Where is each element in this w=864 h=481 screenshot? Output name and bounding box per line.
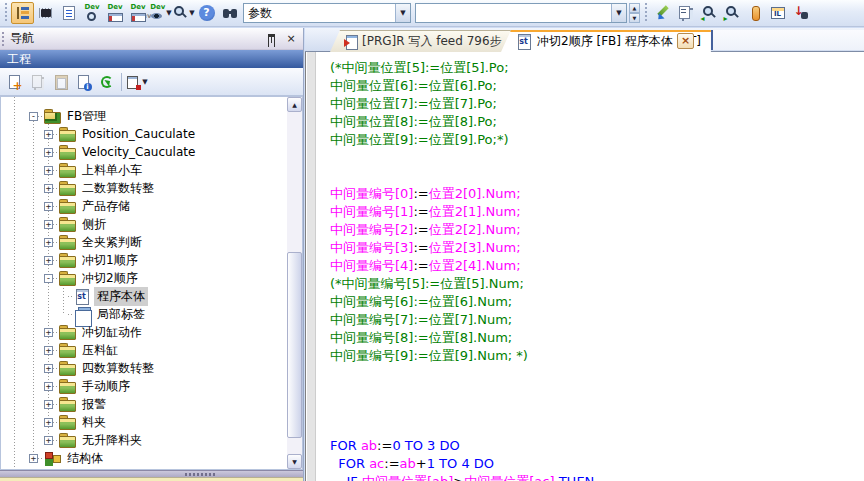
tree-item-手动顺序[interactable]: +手动顺序	[1, 377, 286, 395]
tree-item-程序本体[interactable]: 程序本体	[1, 287, 286, 305]
dropdown-caret-icon[interactable]: ▼	[166, 9, 171, 17]
toolbar-grip[interactable]	[4, 3, 9, 23]
expand-plus-icon[interactable]: +	[44, 238, 53, 247]
tree-item-label[interactable]: 四数算数转整	[79, 359, 157, 378]
tree-item-结构体[interactable]: +结构体	[1, 449, 286, 467]
watch-list-button[interactable]	[57, 2, 80, 24]
dev-view-button[interactable]: ▼	[149, 2, 172, 24]
tree-item-label[interactable]: 冲切1顺序	[79, 251, 141, 270]
tree-item-无升降料夹[interactable]: +无升降料夹	[1, 431, 286, 449]
tree-item-label[interactable]: 全夹紧判断	[79, 233, 145, 252]
scroll-up-icon[interactable]: ▲	[287, 97, 302, 112]
tree-item-label[interactable]: 程序本体	[94, 287, 148, 306]
tree-item-侧折[interactable]: +侧折	[1, 215, 286, 233]
tree-item-压料缸[interactable]: +压料缸	[1, 341, 286, 359]
expand-plus-icon[interactable]: +	[44, 364, 53, 373]
expand-plus-icon[interactable]: +	[44, 148, 53, 157]
parameter-combobox[interactable]: 参数 ▼	[243, 3, 411, 23]
tree-item-label[interactable]: Position_Cauculate	[79, 126, 198, 142]
tree-item-label[interactable]: 局部标签	[94, 305, 148, 324]
tree-item-label[interactable]: 冲切缸动作	[79, 323, 145, 342]
tree-item-FB管理[interactable]: -FB管理	[1, 107, 286, 125]
scroll-down-icon[interactable]: ▼	[287, 454, 302, 469]
combo-dropdown-icon[interactable]: ▼	[611, 4, 626, 22]
tree-item-料夹[interactable]: +料夹	[1, 413, 286, 431]
tab-prg-feed[interactable]: [PRG]R 写入 feed 796步	[330, 30, 512, 52]
toolbar-grip[interactable]	[644, 3, 649, 23]
tree-item-label[interactable]: FB管理	[64, 107, 109, 126]
st-code-editor[interactable]: (*中间量位置[5]:=位置[5].Po;中间量位置[6]:=位置[6].Po;…	[305, 52, 864, 481]
help-button[interactable]	[195, 2, 218, 24]
panel-close-icon[interactable]: ×	[283, 31, 299, 46]
zoom-tool-button[interactable]: ▼	[172, 2, 195, 24]
tree-item-冲切1顺序[interactable]: +冲切1顺序	[1, 251, 286, 269]
edit-pencil-button[interactable]	[651, 2, 674, 24]
tree-item-label[interactable]: 料夹	[79, 413, 109, 432]
tree-item-冲切2顺序[interactable]: -冲切2顺序	[1, 269, 286, 287]
combo-spinner[interactable]: ▲ ▼	[629, 3, 640, 23]
expand-minus-icon[interactable]: -	[44, 274, 53, 283]
expand-plus-icon[interactable]: +	[44, 436, 53, 445]
tree-item-label[interactable]: 冲切2顺序	[79, 269, 141, 288]
tree-item-label[interactable]: 无升降料夹	[79, 431, 145, 450]
expand-plus-icon[interactable]: +	[44, 220, 53, 229]
find-next-button[interactable]: ▸	[720, 2, 743, 24]
tree-item-label[interactable]: Velocity_Cauculate	[79, 144, 198, 160]
tree-item-Velocity_Cauculate[interactable]: +Velocity_Cauculate	[1, 143, 286, 161]
expand-plus-icon[interactable]: +	[44, 256, 53, 265]
il-view-button[interactable]	[766, 2, 789, 24]
tree-item-局部标签[interactable]: 局部标签	[1, 305, 286, 323]
bookmark-button[interactable]	[743, 2, 766, 24]
expand-plus-icon[interactable]: +	[44, 202, 53, 211]
expand-minus-icon[interactable]: -	[29, 112, 38, 121]
tree-item-上料单小车[interactable]: +上料单小车	[1, 161, 286, 179]
dev-search-button[interactable]	[80, 2, 103, 24]
tree-item-label[interactable]: 产品存储	[79, 197, 133, 216]
dropdown-caret-icon[interactable]: ▼	[142, 78, 147, 86]
tree-scrollbar[interactable]: ▲ ▼	[287, 97, 302, 469]
expand-plus-icon[interactable]: +	[44, 346, 53, 355]
sort-button[interactable]: ▼	[125, 71, 148, 93]
tree-item-Position_Cauculate[interactable]: +Position_Cauculate	[1, 125, 286, 143]
tree-item-报警[interactable]: +报警	[1, 395, 286, 413]
tree-item-全夹紧判断[interactable]: +全夹紧判断	[1, 233, 286, 251]
panel-grip[interactable]	[2, 32, 7, 46]
refresh-button[interactable]	[95, 71, 118, 93]
expand-plus-icon[interactable]: +	[44, 166, 53, 175]
copy-button[interactable]	[26, 71, 49, 93]
expand-plus-icon[interactable]: +	[44, 382, 53, 391]
pin-icon[interactable]	[263, 31, 279, 46]
combo-dropdown-icon[interactable]: ▼	[395, 4, 410, 22]
find-prev-button[interactable]: ◂	[697, 2, 720, 24]
tree-item-label[interactable]: 压料缸	[79, 341, 121, 360]
paste-button[interactable]	[49, 71, 72, 93]
device-combobox[interactable]: ▼	[415, 3, 627, 23]
navigation-button[interactable]	[11, 2, 34, 24]
spinner-up-icon[interactable]: ▲	[629, 3, 640, 13]
tree-item-四数算数转整[interactable]: +四数算数转整	[1, 359, 286, 377]
device-memory-button[interactable]	[34, 2, 57, 24]
tree-item-label[interactable]: 报警	[79, 395, 109, 414]
dropdown-caret-icon[interactable]: ▼	[189, 9, 194, 17]
copy-doc-button[interactable]	[674, 2, 697, 24]
expand-plus-icon[interactable]: +	[44, 418, 53, 427]
tree-item-label[interactable]: 结构体	[64, 449, 106, 468]
tree-item-二数算数转整[interactable]: +二数算数转整	[1, 179, 286, 197]
tree-item-label[interactable]: 上料单小车	[79, 161, 145, 180]
expand-plus-icon[interactable]: +	[44, 400, 53, 409]
find-button[interactable]	[218, 2, 241, 24]
dev-grid-button[interactable]	[103, 2, 126, 24]
expand-plus-icon[interactable]: +	[29, 454, 38, 463]
tab-close-icon[interactable]: ×	[677, 33, 694, 49]
jump-find-button[interactable]	[789, 2, 812, 24]
tree-item-label[interactable]: 二数算数转整	[79, 179, 157, 198]
property-button[interactable]	[72, 71, 95, 93]
tree-item-label[interactable]: 手动顺序	[79, 377, 133, 396]
dev-batch-button[interactable]	[126, 2, 149, 24]
expand-plus-icon[interactable]: +	[44, 184, 53, 193]
tree-item-冲切缸动作[interactable]: +冲切缸动作	[1, 323, 286, 341]
new-data-button[interactable]	[3, 71, 26, 93]
scrollbar-thumb[interactable]	[287, 252, 302, 438]
tree-item-label[interactable]: 侧折	[79, 215, 109, 234]
spinner-down-icon[interactable]: ▼	[629, 13, 640, 23]
